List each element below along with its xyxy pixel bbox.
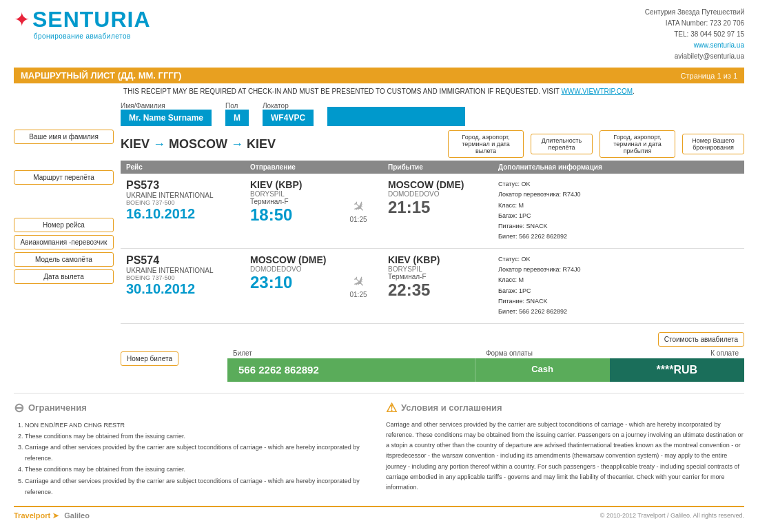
th-arrival: Прибытие — [382, 161, 493, 174]
flight1-arr-city: MOSCOW (DME) — [388, 179, 487, 190]
label-route: Маршрут перелёта — [14, 170, 114, 185]
arrow2-icon: → — [231, 137, 247, 151]
flight2-status: Статус: OK — [498, 254, 739, 265]
th-duration-empty — [334, 161, 382, 174]
flight2-extra-cell: Статус: OK Локатор перевозчика: R74J0 Кл… — [493, 248, 744, 323]
flight1-locator: Локатор перевозчика: R74J0 — [498, 190, 739, 200]
label-flight-num: Номер рейса — [14, 218, 114, 232]
flight1-dep-terminal: Терминал-F — [250, 198, 329, 205]
ticket-payment-value: Cash — [475, 358, 610, 382]
ticket-header-num: Билет — [227, 349, 480, 357]
restriction-5: Carriage and other services provided by … — [25, 475, 372, 498]
title-bar: МАРШРУТНЫЙ ЛИСТ (ДД. ММ. ГГГГ) Страница … — [14, 68, 744, 83]
route-from: KIEV — [121, 137, 150, 151]
conditions-title: ⚠ Условия и соглашения — [386, 400, 744, 416]
flight-row-2: PS574 UKRAINE INTERNATIONAL BOEING 737-5… — [121, 248, 744, 323]
company-info-line2: IATA Number: 723 20 706 — [645, 18, 744, 29]
flight1-arr-sub: DOMODEDOVO — [388, 190, 487, 198]
name-field-group: Имя/Фамилия Mr. Name Surname — [121, 102, 212, 126]
col-header-boxes: Город, аэропорт,терминал и дата вылета Д… — [444, 130, 744, 158]
footer-copyright: © 2010-2012 Travelport / Galileo. All ri… — [600, 512, 744, 519]
flight1-duration: 01:25 — [340, 216, 377, 223]
label-dep-date: Дата вылета — [14, 269, 114, 284]
flight1-num: PS573 — [126, 179, 239, 192]
conditions-section: ⚠ Условия и соглашения Carriage and othe… — [386, 400, 744, 498]
ticket-header-payment: Форма оплаты — [480, 349, 613, 357]
flight2-info-cell: PS574 UKRAINE INTERNATIONAL BOEING 737-5… — [121, 248, 245, 323]
header-bar-fill — [327, 107, 465, 126]
flight2-duration-cell: ✈ 01:25 — [334, 248, 382, 323]
restriction-2: These conditions may be obtained from th… — [25, 431, 372, 442]
flight2-dep-sub: DOMODEDOVO — [250, 265, 329, 273]
label-booking-cost: Стоимость авиабилета — [658, 332, 744, 347]
company-info-line3: TEL: 38 044 502 97 15 — [645, 29, 744, 40]
flight2-meal: Питание: SNACK — [498, 296, 739, 307]
label-your-name: Ваше имя и фамилия — [14, 130, 114, 144]
passenger-section: Имя/Фамилия Mr. Name Surname Пол M Локат… — [121, 102, 744, 126]
plane1-icon: ✈ — [347, 196, 369, 218]
route-display: KIEV → MOSCOW → KIEV — [121, 137, 444, 152]
flight1-extra-cell: Статус: OK Локатор перевозчика: R74J0 Кл… — [493, 174, 744, 248]
flight2-arr-cell: KIEV (KBP) BORYSPIL Терминал-F 22:35 — [382, 248, 493, 323]
flight1-airline: UKRAINE INTERNATIONAL — [126, 192, 239, 199]
company-subtext: бронирование авиабилетов — [34, 32, 131, 40]
flight2-ticket: Билет: 566 2262 862892 — [498, 307, 739, 317]
flight2-arr-city: KIEV (KBP) — [388, 254, 487, 265]
flights-table: Рейс Отправление Прибытие Дополнительная… — [121, 161, 744, 324]
company-info: Сентурия Звезда Путешествий IATA Number:… — [645, 7, 744, 62]
col-header-dur: Длительность перелёта — [531, 134, 593, 154]
logo-area: ✦ SENTURIA бронирование авиабилетов — [14, 7, 151, 40]
restrictions-section: ⊖ Ограничения NON END/REF AND CHNG RESTR… — [14, 400, 372, 498]
passenger-gender: M — [225, 110, 249, 126]
passenger-fields: Имя/Фамилия Mr. Name Surname Пол M Локат… — [121, 102, 465, 126]
ticket-values-row: 566 2262 862892 Cash ****RUB — [227, 358, 744, 382]
th-departure: Отправление — [245, 161, 334, 174]
locator-field-group: Локатор WF4VPC — [263, 102, 314, 126]
flight1-duration-cell: ✈ 01:25 — [334, 174, 382, 248]
restriction-3: Carriage and other services provided by … — [25, 442, 372, 464]
flight1-aircraft: BOEING 737-500 — [126, 199, 239, 206]
th-extra: Дополнительная информация — [493, 161, 744, 174]
flight1-status: Статус: OK — [498, 179, 739, 190]
flight2-baggage: Багаж: 1PC — [498, 286, 739, 296]
passenger-name: Mr. Name Surname — [121, 110, 212, 126]
company-info-line5: aviabilety@senturia.ua — [645, 51, 744, 62]
arrow1-icon: → — [153, 137, 169, 151]
flight2-dep-city: MOSCOW (DME) — [250, 254, 329, 265]
company-info-line4: www.senturia.ua — [645, 40, 744, 51]
company-name: SENTURIA — [32, 7, 151, 32]
flight2-dep-time: 23:10 — [250, 273, 329, 292]
restrictions-title: ⊖ Ограничения — [14, 400, 372, 416]
right-content: Имя/Фамилия Mr. Name Surname Пол M Локат… — [121, 102, 744, 382]
flight2-aircraft: BOEING 737-500 — [126, 274, 239, 281]
galileo-logo: Galileo — [64, 511, 90, 520]
ticket-header-amount: К оплате — [613, 349, 745, 357]
page-footer: Travelport ➤ Galileo © 2010-2012 Travelp… — [14, 506, 744, 520]
page-number: Страница 1 из 1 — [681, 72, 737, 80]
flight2-dep-cell: MOSCOW (DME) DOMODEDOVO 23:10 — [245, 248, 334, 323]
route-mid: MOSCOW — [169, 137, 227, 151]
restriction-1: NON END/REF AND CHNG RESTR — [25, 420, 372, 431]
route-header-row: KIEV → MOSCOW → KIEV Город, аэропорт,тер… — [121, 130, 744, 158]
footer-left: Travelport ➤ Galileo — [14, 511, 90, 520]
company-info-line1: Сентурия Звезда Путешествий — [645, 7, 744, 18]
flight-row-1: PS573 UKRAINE INTERNATIONAL BOEING 737-5… — [121, 174, 744, 248]
flight1-arr-cell: MOSCOW (DME) DOMODEDOVO 21:15 — [382, 174, 493, 248]
website-link[interactable]: www.senturia.ua — [694, 41, 744, 49]
viewtrip-link[interactable]: WWW.VIEWTRIP.COM — [561, 88, 633, 95]
flight1-arr-time: 21:15 — [388, 198, 487, 217]
gender-field-group: Пол M — [225, 102, 249, 126]
route-to: KIEV — [247, 137, 276, 151]
ticket-label-col: Номер билета — [121, 332, 221, 366]
flight1-dep-city: KIEV (KBP) — [250, 179, 329, 190]
warning-icon: ⚠ — [386, 400, 397, 416]
booking-cost-label-row: Стоимость авиабилета — [227, 332, 744, 347]
col-header-dep: Город, аэропорт,терминал и дата вылета — [448, 130, 524, 158]
notice-text: THIS RECEIPT MAY BE REQUIRED AT CHECK-IN… — [14, 88, 744, 95]
ticket-col-headers: Билет Форма оплаты К оплате — [227, 349, 744, 357]
plane2-icon: ✈ — [347, 272, 369, 293]
flight2-airline: UKRAINE INTERNATIONAL — [126, 267, 239, 274]
star-icon: ✦ — [14, 10, 30, 30]
flight2-arr-time: 22:35 — [388, 280, 487, 300]
name-label: Имя/Фамилия — [121, 102, 212, 110]
